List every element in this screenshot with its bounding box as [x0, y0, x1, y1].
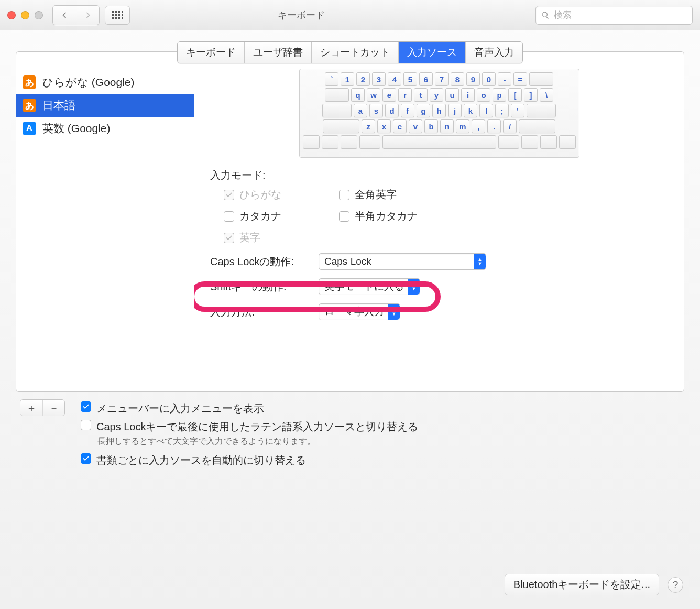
help-button[interactable]: ?	[668, 577, 683, 593]
input-method-label: 入力方法:	[210, 305, 312, 319]
mode-english: 英字	[224, 231, 339, 245]
shiftkey-label: Shiftキーの動作:	[210, 280, 312, 294]
input-mode-grid: ひらがな 全角英字 カタカナ 半角カタカナ	[224, 188, 668, 245]
checkbox-icon	[339, 190, 349, 200]
close-window-button[interactable]	[7, 11, 16, 19]
stepper-icon: ▲▼	[408, 279, 420, 295]
titlebar: キーボード	[0, 0, 700, 30]
capslock-row: Caps Lockの動作: Caps Lock ▲▼	[210, 253, 668, 270]
checkbox-icon	[224, 233, 234, 243]
split-view: あ ひらがな (Google) あ 日本語 A 英数 (Google) `123…	[16, 52, 684, 392]
add-source-button[interactable]: ＋	[20, 400, 42, 416]
search-icon	[541, 11, 550, 19]
global-options: メニューバーに入力メニューを表示 Caps Lockキーで最後に使用したラテン語…	[81, 399, 684, 470]
source-label: 英数 (Google)	[42, 121, 111, 136]
checkbox-icon	[81, 453, 91, 464]
source-label: ひらがな (Google)	[42, 75, 135, 90]
footer: Bluetoothキーボードを設定... ?	[505, 574, 683, 595]
tab-segmented-control: キーボード ユーザ辞書 ショートカット 入力ソース 音声入力	[177, 41, 523, 63]
opt-show-input-menu[interactable]: メニューバーに入力メニューを表示	[81, 399, 684, 418]
checkbox-icon	[224, 190, 234, 200]
checkbox-icon	[81, 420, 91, 430]
window-title: キーボード	[67, 9, 535, 21]
mode-fullwidth-english[interactable]: 全角英字	[339, 188, 454, 202]
remove-source-button[interactable]: －	[42, 400, 64, 416]
add-remove-group: ＋ －	[20, 399, 65, 416]
shiftkey-row: Shiftキーの動作: 英字モードに入る ▲▼	[210, 278, 668, 295]
input-method-row: 入力方法: ローマ字入力 ▲▼	[210, 303, 668, 320]
bluetooth-keyboard-button[interactable]: Bluetoothキーボードを設定...	[505, 574, 659, 595]
tab-shortcuts[interactable]: ショートカット	[311, 42, 398, 63]
hiragana-icon: あ	[23, 75, 36, 89]
stepper-icon: ▲▼	[388, 304, 400, 320]
source-item-japanese[interactable]: あ 日本語	[16, 94, 194, 117]
tab-dictation[interactable]: 音声入力	[465, 42, 522, 63]
content-area: キーボード ユーザ辞書 ショートカット 入力ソース 音声入力 あ ひらがな (G…	[0, 30, 700, 480]
checkbox-icon	[339, 211, 349, 222]
capslock-label: Caps Lockの動作:	[210, 255, 312, 269]
minimize-window-button[interactable]	[21, 11, 29, 19]
tab-input-sources[interactable]: 入力ソース	[398, 42, 465, 63]
opt-auto-switch-per-document[interactable]: 書類ごとに入力ソースを自動的に切り替える	[81, 451, 684, 470]
below-pane: ＋ － メニューバーに入力メニューを表示 Caps Lockキーで最後に使用した…	[16, 399, 684, 470]
fullscreen-window-button[interactable]	[35, 11, 43, 19]
shiftkey-select[interactable]: 英字モードに入る ▲▼	[319, 278, 420, 295]
mode-halfwidth-katakana[interactable]: 半角カタカナ	[339, 209, 454, 223]
source-detail-panel: `1234567890-=. .qwertyuiop[]\ .asdfghjkl…	[194, 69, 684, 392]
input-method-select[interactable]: ローマ字入力 ▲▼	[319, 303, 400, 320]
source-item-hiragana-google[interactable]: あ ひらがな (Google)	[16, 71, 194, 94]
opt-capslock-switch[interactable]: Caps Lockキーで最後に使用したラテン語系入力ソースと切り替える	[81, 418, 684, 436]
hiragana-icon: あ	[23, 99, 36, 112]
search-field[interactable]	[535, 6, 693, 25]
input-sources-list[interactable]: あ ひらがな (Google) あ 日本語 A 英数 (Google)	[16, 69, 194, 392]
mode-hiragana: ひらがな	[224, 188, 339, 202]
search-input[interactable]	[554, 10, 687, 20]
source-item-eisuu-google[interactable]: A 英数 (Google)	[16, 117, 194, 140]
opt-capslock-hint: 長押しするとすべて大文字で入力できるようになります。	[97, 436, 684, 451]
checkbox-icon	[81, 401, 91, 412]
checkbox-icon	[224, 211, 234, 222]
keyboard-layout-preview: `1234567890-=. .qwertyuiop[]\ .asdfghjkl…	[299, 69, 579, 158]
window-controls	[7, 11, 43, 19]
stepper-icon: ▲▼	[474, 254, 486, 269]
system-preferences-window: キーボード キーボード ユーザ辞書 ショートカット 入力ソース 音声入力 あ ひ…	[0, 0, 700, 609]
tab-keyboard[interactable]: キーボード	[178, 42, 244, 63]
tab-user-dictionary[interactable]: ユーザ辞書	[244, 42, 311, 63]
capslock-select[interactable]: Caps Lock ▲▼	[319, 253, 486, 270]
input-mode-label: 入力モード:	[210, 168, 668, 182]
alpha-icon: A	[23, 122, 36, 135]
pane-frame: キーボード ユーザ辞書 ショートカット 入力ソース 音声入力 あ ひらがな (G…	[16, 51, 684, 392]
mode-katakana[interactable]: カタカナ	[224, 209, 339, 223]
source-label: 日本語	[42, 98, 75, 113]
